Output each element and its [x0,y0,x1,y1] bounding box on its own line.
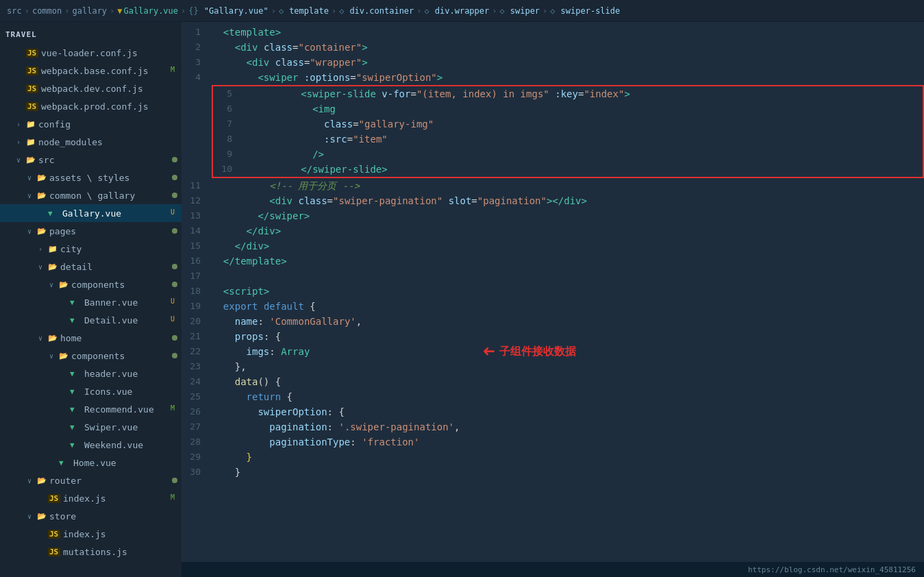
code-line-13: 13 </swiper> [182,208,924,223]
code-line-15: 15 </div> [182,238,924,254]
line-number: 19 [182,299,212,314]
sidebar-label: header.vue [84,369,182,379]
js-icon: JS [48,530,60,539]
sidebar-item-pages[interactable]: ∨ 📂 pages [0,222,182,240]
sidebar-title: TRAVEL [0,25,182,44]
code-container[interactable]: 1 <template> 2 <div class="container"> 3… [182,22,924,562]
line-number: 6 [213,101,243,116]
sidebar-item-common-gallary[interactable]: ∨ 📂 common \ gallary [0,186,182,204]
sidebar-item-assets[interactable]: ∨ 📂 assets \ styles [0,169,182,186]
sidebar-item-mutations[interactable]: JS mutations.js [0,543,182,561]
sidebar-label: components [71,351,172,361]
vue-icon: ▼ [48,209,60,218]
line-content: <div class="swiper-pagination" slot="pag… [212,193,924,208]
folder-icon: 📂 [37,476,49,485]
sidebar-label: Home.vue [73,458,182,468]
sidebar-item-webpack-dev[interactable]: JS webpack.dev.conf.js [0,79,182,97]
bc-div-wrapper: div.wrapper [435,6,489,16]
line-content: <script> [212,284,924,299]
line-content: pagination: '.swiper-pagination', [212,419,924,434]
line-content: <div class="container"> [212,40,924,55]
sidebar-item-home[interactable]: ∨ 📂 home [0,329,182,347]
modified-dot [172,175,177,180]
sidebar-item-recommend-vue[interactable]: ▼ Recommend.vue M [0,400,182,418]
line-content: } [212,465,924,480]
code-line-8: 8 :src="item" [213,132,923,147]
sidebar-label: mutations.js [63,547,182,557]
sidebar-item-node-modules[interactable]: › 📁 node_modules [0,133,182,151]
line-number: 22 [182,344,212,359]
sidebar-item-banner[interactable]: ▼ Banner.vue U [0,293,182,311]
sidebar-item-router-index[interactable]: JS index.js M [0,489,182,507]
code-line-3: 3 <div class="wrapper"> [182,55,924,70]
code-line-12: 12 <div class="swiper-pagination" slot="… [182,193,924,208]
badge-m: M [168,66,177,75]
modified-dot [172,264,177,269]
sidebar-item-webpack-prod[interactable]: JS webpack.prod.conf.js [0,97,182,115]
code-line-28: 28 paginationType: 'fraction' [182,434,924,450]
sidebar-label: Detail.vue [84,315,168,326]
bc-sep3: › [110,6,114,16]
code-line-22: 22 imgs: Array ➜ 子组件接收数据 [182,344,924,359]
line-number: 1 [182,25,212,40]
sidebar-item-vue-loader[interactable]: JS vue-loader.conf.js [0,44,182,62]
line-content: <div class="wrapper"> [212,55,924,70]
sidebar-item-detail-vue[interactable]: ▼ Detail.vue U [0,311,182,329]
line-number: 8 [213,132,243,147]
arrow-down: ∨ [27,228,37,235]
status-bar: https://blog.csdn.net/weixin_45811256 [182,562,924,577]
sidebar-item-router[interactable]: ∨ 📂 router [0,471,182,489]
sidebar-item-store[interactable]: ∨ 📂 store [0,507,182,525]
sidebar-label: webpack.base.conf.js [41,66,168,76]
sidebar-label: config [38,119,182,130]
code-line-7: 7 class="gallary-img" [213,116,923,132]
arrow-down: ∨ [49,352,59,360]
bc-sep6: › [271,6,276,16]
bc-swiper: swiper [510,6,540,16]
sidebar-item-src[interactable]: ∨ 📂 src [0,151,182,169]
code-line-11: 11 <!-- 用于分页 --> [182,178,924,193]
folder-icon: 📂 [37,191,49,200]
sidebar-item-gallary-vue[interactable]: ▼ Gallary.vue U [0,204,182,222]
vue-icon: ▼ [70,369,82,378]
sidebar-label: node_modules [38,137,182,147]
sidebar-item-header-vue[interactable]: ▼ header.vue [0,365,182,382]
arrow-down: ∨ [38,334,48,342]
vue-icon: ▼ [70,387,82,396]
sidebar-item-city[interactable]: › 📁 city [0,240,182,258]
sidebar-item-webpack-base[interactable]: JS webpack.base.conf.js M [0,62,182,79]
line-number: 9 [213,147,243,162]
sidebar-item-home-vue[interactable]: ▼ Home.vue [0,454,182,471]
sidebar-item-detail-components[interactable]: ∨ 📂 components [0,275,182,293]
line-number: 23 [182,359,212,374]
bc-common: common [32,6,62,16]
sidebar-item-home-components[interactable]: ∨ 📂 components [0,347,182,365]
sidebar-item-icons-vue[interactable]: ▼ Icons.vue [0,382,182,400]
status-url: https://blog.csdn.net/weixin_45811256 [748,565,916,574]
sidebar-label: home [60,333,172,343]
badge-u: U [168,315,177,325]
sidebar-label: Weekend.vue [84,440,182,450]
bc-sep10: › [416,6,421,16]
line-content: <img [243,101,923,116]
sidebar-item-detail[interactable]: ∨ 📂 detail [0,258,182,275]
bc-sep14: › [542,6,547,16]
folder-icon: 📁 [26,138,38,147]
code-line-29: 29 } [182,450,924,465]
modified-dot [172,335,177,341]
sidebar-item-swiper-vue[interactable]: ▼ Swiper.vue [0,418,182,436]
code-line-20: 20 name: 'CommonGallary', [182,314,924,329]
folder-icon: 📂 [48,262,60,271]
sidebar-label: assets \ styles [49,173,172,183]
line-content: return { [212,389,924,404]
sidebar-item-config[interactable]: › 📁 config [0,115,182,133]
badge-m: M [168,493,177,503]
sidebar-label: index.js [63,493,168,504]
sidebar-item-weekend-vue[interactable]: ▼ Weekend.vue [0,436,182,454]
vue-icon: ▼ [59,458,71,467]
sidebar-label: Swiper.vue [84,422,182,432]
sidebar-item-store-index[interactable]: JS index.js [0,525,182,543]
line-content: props: { [212,329,924,344]
line-content: /> [243,147,923,162]
arrow-down: ∨ [16,156,26,164]
